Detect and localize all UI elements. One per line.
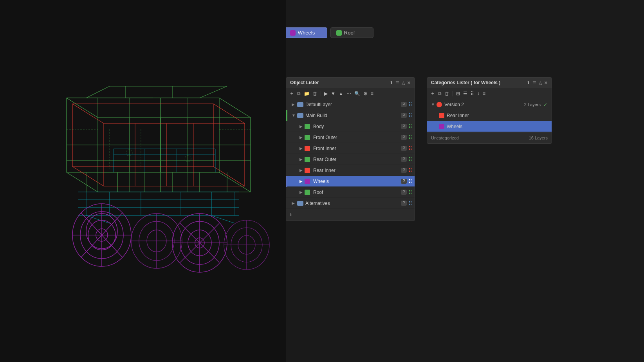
dots-roof: ⠿ bbox=[408, 189, 412, 195]
tree-arrow-wheels[interactable]: ▶ bbox=[299, 179, 305, 183]
tree-arrow-front-inner[interactable]: ▶ bbox=[299, 146, 305, 150]
tree-row-front-outer[interactable]: ▶Front OuterP⠿ bbox=[286, 132, 415, 143]
cat-move-icon[interactable]: ↕ bbox=[477, 91, 480, 96]
copy-icon[interactable]: ⧉ bbox=[297, 91, 301, 96]
version2-color bbox=[437, 102, 442, 107]
tree-arrow-main-build[interactable]: ▼ bbox=[292, 113, 297, 118]
cat-close[interactable]: ✕ bbox=[544, 80, 548, 85]
folder-icon[interactable]: 📁 bbox=[304, 91, 310, 96]
categories-lister-header-icons: ⬆ ☰ △ ✕ bbox=[527, 80, 548, 85]
cat-dots-icon[interactable]: ⠿ bbox=[471, 91, 474, 96]
p-badge-default-layer[interactable]: P bbox=[401, 102, 407, 107]
tag-color-roof bbox=[336, 30, 342, 36]
tree-row-wheels[interactable]: ▶WheelsP⠿ bbox=[286, 176, 415, 187]
play-icon[interactable]: ▶ bbox=[324, 91, 328, 96]
tree-right-main-build: P⠿ bbox=[401, 112, 412, 119]
tree-row-front-inner[interactable]: ▶Front InnerP⠿ bbox=[286, 143, 415, 154]
tree-arrow-default-layer[interactable]: ▶ bbox=[292, 102, 297, 107]
filter-icon[interactable]: ⋯ bbox=[346, 91, 351, 96]
tree-row-rear-outer[interactable]: ▶Rear OuterP⠿ bbox=[286, 154, 415, 165]
tree-right-body: P⠿ bbox=[401, 123, 412, 130]
tree-row-default-layer[interactable]: ▶DefaultLayerP⠿ bbox=[286, 99, 415, 110]
p-badge-alternatives[interactable]: P bbox=[401, 201, 407, 206]
add-icon[interactable]: ＋ bbox=[289, 90, 294, 97]
down-icon[interactable]: ▼ bbox=[331, 91, 336, 96]
dots-alternatives: ⠿ bbox=[408, 200, 412, 206]
tree-icon-main-build bbox=[297, 113, 303, 118]
svg-line-10 bbox=[67, 172, 98, 192]
up-icon[interactable]: ▲ bbox=[339, 91, 343, 96]
menu-icon[interactable]: ≡ bbox=[371, 91, 373, 96]
cat-icon-1[interactable]: ⬆ bbox=[527, 80, 530, 85]
cat-icon-3[interactable]: △ bbox=[539, 80, 542, 85]
object-lister-icon-3[interactable]: △ bbox=[402, 80, 405, 85]
cat-add-icon[interactable]: ＋ bbox=[430, 90, 435, 97]
tree-label-default-layer: DefaultLayer bbox=[305, 102, 401, 107]
cat-item-rear-inner[interactable]: Rear Inner bbox=[427, 110, 552, 121]
trash-icon[interactable]: 🗑 bbox=[313, 91, 317, 96]
tree-icon-wheels bbox=[305, 178, 311, 185]
svg-line-13 bbox=[86, 86, 110, 98]
cat-label-wheels: Wheels bbox=[447, 124, 548, 129]
object-lister-title: Object Lister bbox=[290, 80, 319, 85]
p-badge-front-outer[interactable]: P bbox=[401, 135, 407, 140]
p-badge-wheels[interactable]: P bbox=[401, 179, 407, 184]
p-badge-rear-inner[interactable]: P bbox=[401, 168, 407, 173]
object-lister-footer: ℹ bbox=[286, 209, 415, 221]
search-icon[interactable]: 🔍 bbox=[354, 91, 360, 96]
dots-front-outer: ⠿ bbox=[408, 134, 412, 141]
categories-lister-toolbar: ＋ ⧉ 🗑 ⊞ ☰ ⠿ ↕ ≡ bbox=[427, 88, 552, 99]
p-badge-front-inner[interactable]: P bbox=[401, 146, 407, 151]
tree-color-rear-inner bbox=[305, 168, 310, 173]
cat-list-icon[interactable]: ☰ bbox=[463, 91, 467, 96]
cat-item-wheels[interactable]: Wheels bbox=[427, 121, 552, 132]
cat-copy-icon[interactable]: ⧉ bbox=[438, 91, 442, 96]
object-lister-close[interactable]: ✕ bbox=[407, 80, 411, 85]
tag-btn-roof[interactable]: Roof bbox=[330, 27, 373, 38]
tree-row-main-build[interactable]: ▼Main BuildP⠿ bbox=[286, 110, 415, 121]
tree-row-rear-inner[interactable]: ▶Rear InnerP⠿ bbox=[286, 165, 415, 176]
viewport bbox=[0, 0, 286, 362]
tree-row-body[interactable]: ▶BodyP⠿ bbox=[286, 121, 415, 132]
object-lister-icon-2[interactable]: ☰ bbox=[395, 80, 399, 85]
cat-menu-icon[interactable]: ≡ bbox=[483, 91, 485, 96]
tree-label-front-inner: Front Inner bbox=[313, 146, 401, 151]
tree-arrow-body[interactable]: ▶ bbox=[299, 124, 305, 129]
categories-lister-panel: Categories Lister ( for Wheels ) ⬆ ☰ △ ✕… bbox=[427, 77, 552, 144]
tree-icon-front-outer bbox=[305, 134, 311, 141]
version2-sublabel: 2 Layers bbox=[524, 102, 541, 107]
tree-icon-rear-outer bbox=[305, 156, 311, 163]
tree-color-body bbox=[305, 124, 310, 129]
tree-label-wheels: Wheels bbox=[313, 179, 401, 184]
tree-arrow-roof[interactable]: ▶ bbox=[299, 190, 305, 194]
vehicle-wireframe bbox=[8, 59, 274, 294]
object-lister-icon-1[interactable]: ⬆ bbox=[390, 80, 393, 85]
tree-icon-front-inner bbox=[305, 145, 311, 152]
tree-row-alternatives[interactable]: ▶AlternativesP⠿ bbox=[286, 198, 415, 209]
tree-arrow-front-outer[interactable]: ▶ bbox=[299, 135, 305, 139]
version2-right: 2 Layers✓ bbox=[524, 101, 548, 108]
tree-label-rear-outer: Rear Outer bbox=[313, 157, 401, 162]
settings-icon[interactable]: ⚙ bbox=[363, 91, 368, 96]
tree-right-front-inner: P⠿ bbox=[401, 145, 412, 152]
cat-icon-2[interactable]: ☰ bbox=[532, 80, 536, 85]
tree-right-front-outer: P⠿ bbox=[401, 134, 412, 141]
tree-arrow-rear-outer[interactable]: ▶ bbox=[299, 157, 305, 161]
p-badge-rear-outer[interactable]: P bbox=[401, 157, 407, 162]
svg-line-61 bbox=[211, 215, 235, 223]
version2-arrow[interactable]: ▼ bbox=[431, 102, 437, 107]
cat-row-version2[interactable]: ▼Version 22 Layers✓ bbox=[427, 99, 552, 110]
p-badge-body[interactable]: P bbox=[401, 124, 407, 129]
cat-grid-icon[interactable]: ⊞ bbox=[456, 91, 460, 96]
svg-line-44 bbox=[213, 167, 245, 186]
p-badge-main-build[interactable]: P bbox=[401, 113, 407, 118]
cat-trash-icon[interactable]: 🗑 bbox=[445, 91, 449, 96]
p-badge-roof[interactable]: P bbox=[401, 190, 407, 195]
dots-default-layer: ⠿ bbox=[408, 101, 412, 108]
tag-btn-wheels[interactable]: Wheels bbox=[284, 27, 327, 38]
tree-arrow-alternatives[interactable]: ▶ bbox=[292, 201, 297, 205]
tree-arrow-rear-inner[interactable]: ▶ bbox=[299, 168, 305, 172]
accent-bar-wheels bbox=[286, 176, 287, 187]
tree-row-roof[interactable]: ▶RoofP⠿ bbox=[286, 187, 415, 198]
tag-color-wheels bbox=[290, 30, 296, 36]
